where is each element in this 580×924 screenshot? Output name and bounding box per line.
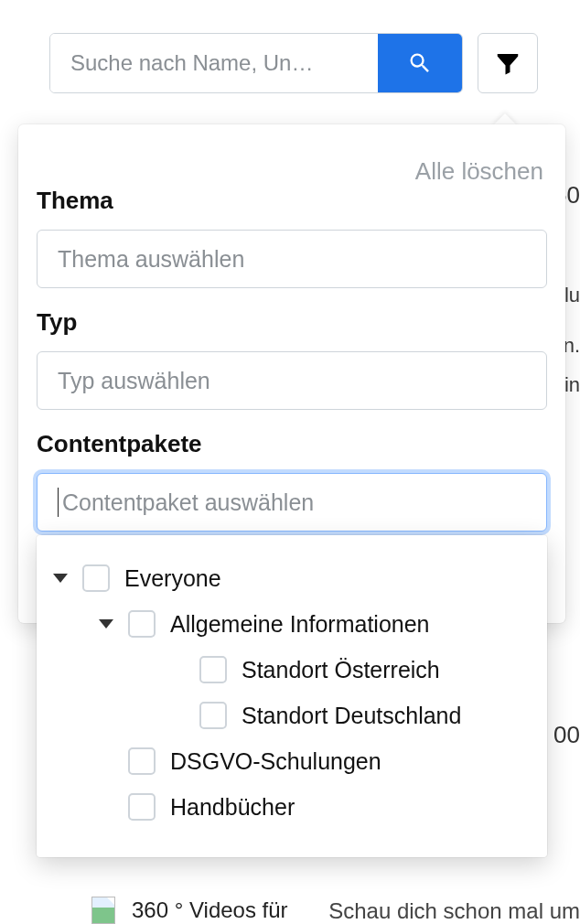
tree-item-deutschland[interactable]: Standort Deutschland xyxy=(53,693,531,738)
chevron-down-icon[interactable] xyxy=(53,574,68,583)
filter-panel: Alle löschen Thema Thema auswählen Typ T… xyxy=(18,124,565,623)
checkbox-deutschland[interactable] xyxy=(199,702,227,729)
thema-select[interactable]: Thema auswählen xyxy=(37,230,547,288)
tree-item-dsgvo[interactable]: DSGVO-Schulungen xyxy=(53,738,531,784)
bg-frag-4: in xyxy=(564,373,580,397)
tree-item-everyone[interactable]: Everyone xyxy=(53,555,531,601)
text-cursor xyxy=(58,488,59,517)
thema-section: Thema Thema auswählen xyxy=(37,187,547,288)
search-group xyxy=(49,33,463,93)
contentpakete-label: Contentpakete xyxy=(37,430,547,458)
chevron-down-icon[interactable] xyxy=(99,619,113,629)
thema-placeholder: Thema auswählen xyxy=(58,246,244,273)
tree-label-deutschland: Standort Deutschland xyxy=(242,703,461,729)
bg-frag-3: n. xyxy=(564,334,580,358)
contentpakete-tree-dropdown: Everyone Allgemeine Informationen Stando… xyxy=(37,535,547,857)
checkbox-oesterreich[interactable] xyxy=(199,656,227,683)
typ-select[interactable]: Typ auswählen xyxy=(37,351,547,410)
checkbox-dsgvo[interactable] xyxy=(128,747,156,775)
checkbox-everyone[interactable] xyxy=(82,564,110,592)
tree-label-oesterreich: Standort Österreich xyxy=(242,657,440,683)
bg-bottom-right: Schau dich schon mal um xyxy=(328,898,580,924)
typ-label: Typ xyxy=(37,308,547,337)
bg-bottom-title: 360 ° Videos für xyxy=(132,897,288,923)
tree-label-allgemeine: Allgemeine Informationen xyxy=(170,611,430,638)
typ-section: Typ Typ auswählen xyxy=(37,308,547,410)
tree-label-everyone: Everyone xyxy=(124,565,221,592)
top-bar xyxy=(0,0,580,93)
tree-item-allgemeine[interactable]: Allgemeine Informationen xyxy=(53,601,531,647)
tree-item-handbuecher[interactable]: Handbücher xyxy=(53,784,531,830)
clear-all-button[interactable]: Alle löschen xyxy=(415,157,543,186)
tree-label-handbuecher: Handbücher xyxy=(170,794,295,821)
tree-label-dsgvo: DSGVO-Schulungen xyxy=(170,748,381,775)
search-button[interactable] xyxy=(378,34,462,92)
thema-label: Thema xyxy=(37,187,547,215)
checkbox-handbuecher[interactable] xyxy=(128,793,156,821)
thumbnail-icon xyxy=(91,897,115,924)
typ-placeholder: Typ auswählen xyxy=(58,368,210,394)
contentpakete-select[interactable]: Contentpaket auswählen xyxy=(37,473,547,532)
contentpakete-section: Contentpakete Contentpaket auswählen Eve… xyxy=(37,430,547,532)
contentpakete-placeholder: Contentpaket auswählen xyxy=(62,489,314,516)
search-icon xyxy=(407,50,433,76)
filter-button[interactable] xyxy=(478,33,538,93)
bg-frag-5: 00 xyxy=(553,714,580,757)
bg-frag-2: lu xyxy=(564,284,580,307)
tree-item-oesterreich[interactable]: Standort Österreich xyxy=(53,647,531,693)
checkbox-allgemeine[interactable] xyxy=(128,610,156,638)
search-input[interactable] xyxy=(50,34,378,92)
filter-icon xyxy=(494,49,521,77)
